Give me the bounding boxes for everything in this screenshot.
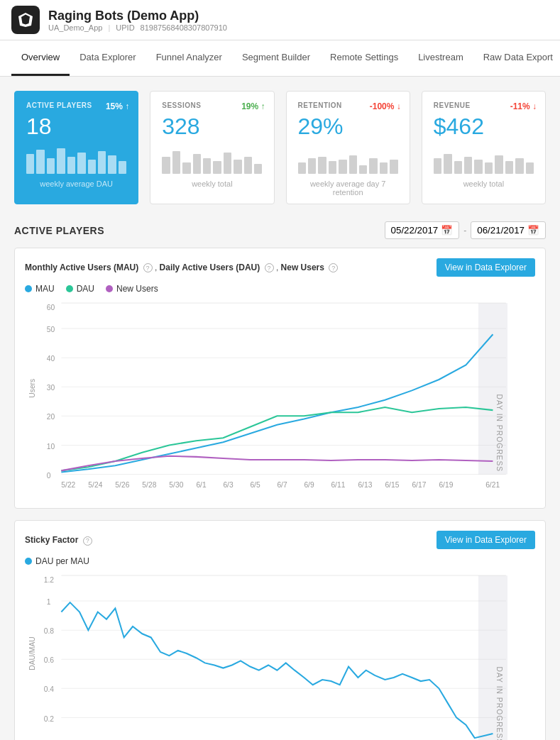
mini-bar [182,162,190,174]
date-end-value: 06/21/2017 [477,225,525,236]
revenue-chart [434,145,534,174]
app-title-block: Raging Bots (Demo App) UA_Demo_App | UPI… [48,9,227,32]
mini-bar [26,154,34,174]
metric-card-revenue: REVENUE -11% ↓ $462 weekly total [422,91,546,204]
tab-segment-builder[interactable]: Segment Builder [232,40,320,76]
sticky-factor-svg: 0 0.2 0.4 0.6 0.8 1 1.2 DAU/MAU [25,572,535,740]
mini-bar [359,165,367,174]
mini-bar [254,164,262,174]
svg-text:Users: Users [28,379,36,398]
date-start-button[interactable]: 05/22/2017 📅 [385,221,460,239]
mau-dau-legend: MAU DAU New Users [25,284,535,294]
mini-bar [329,161,336,174]
new-users-info-icon[interactable]: ? [329,263,338,272]
date-start-value: 05/22/2017 [391,225,439,236]
dau-info-icon[interactable]: ? [265,263,274,272]
mini-bar [119,161,126,174]
mini-bar [162,157,170,174]
mini-bar [495,155,503,174]
app-header: Raging Bots (Demo App) UA_Demo_App | UPI… [0,0,560,40]
dau-dot [66,285,73,292]
sessions-chart [162,145,262,174]
legend-dau-per-mau: DAU per MAU [25,556,89,566]
mau-label: Monthly Active Users (MAU) [25,263,138,272]
retention-chart [298,145,398,174]
sticky-factor-chart-header: Sticky Factor ? View in Data Explorer [25,531,535,549]
svg-text:6/1: 6/1 [196,481,207,489]
new-users-label: New Users [281,263,324,272]
title-sep2: , [276,263,281,272]
mau-line [61,334,493,472]
mini-bar [244,157,252,174]
svg-text:DAY IN PROGRESS: DAY IN PROGRESS [495,667,503,740]
mini-bar [172,151,180,174]
meta-sep: | [108,23,110,32]
mini-bar [474,160,482,174]
legend-dau: DAU [66,284,94,294]
metric-card-sessions: SESSIONS 19% ↑ 328 weekly total [150,91,274,204]
legend-new-users-label: New Users [116,284,158,294]
tab-raw-data-export[interactable]: Raw Data Export [473,40,560,76]
mini-bar [380,162,388,174]
svg-text:6/11: 6/11 [331,481,345,489]
tab-overview[interactable]: Overview [11,40,70,76]
tab-funnel-analyzer[interactable]: Funnel Analyzer [146,40,232,76]
date-end-button[interactable]: 06/21/2017 📅 [471,221,546,239]
dau-line [61,407,493,470]
tab-livestream[interactable]: Livestream [408,40,473,76]
svg-text:DAU/MAU: DAU/MAU [28,637,36,670]
svg-text:6/21: 6/21 [485,481,500,489]
date-range: 05/22/2017 📅 - 06/21/2017 📅 [385,221,546,239]
sticky-factor-view-btn[interactable]: View in Data Explorer [437,531,535,549]
svg-text:30: 30 [47,384,55,392]
sticky-factor-chart-wrapper: 0 0.2 0.4 0.6 0.8 1 1.2 DAU/MAU [25,572,535,740]
svg-text:5/22: 5/22 [61,481,75,489]
svg-text:6/17: 6/17 [412,481,426,489]
mini-bar [464,157,472,174]
tab-remote-settings[interactable]: Remote Settings [320,40,408,76]
mini-bar [349,155,357,174]
tab-data-explorer[interactable]: Data Explorer [70,40,146,76]
app-icon [11,6,40,34]
svg-text:40: 40 [47,355,55,363]
svg-text:20: 20 [47,413,55,421]
legend-dau-label: DAU [77,284,94,294]
mini-bar [308,158,316,174]
legend-new-users: New Users [106,284,158,294]
mini-bar [369,158,377,174]
dau-per-mau-dot [25,558,32,565]
active-players-chart [26,145,126,174]
date-separator: - [463,226,466,236]
mini-bar [47,158,55,174]
mini-bar [298,162,306,174]
legend-dau-per-mau-label: DAU per MAU [35,556,89,566]
mini-bar [88,160,96,174]
mau-dau-view-btn[interactable]: View in Data Explorer [437,258,535,277]
svg-text:5/24: 5/24 [88,481,102,489]
calendar-icon-end: 📅 [527,225,539,236]
sessions-value: 328 [162,114,262,140]
mau-info-icon[interactable]: ? [143,263,153,272]
svg-text:0.2: 0.2 [44,715,55,723]
mini-bar [224,153,231,174]
sticky-factor-info-icon[interactable]: ? [83,536,92,546]
mini-bar [526,162,534,174]
retention-change: -100% ↓ [370,101,401,111]
mini-bar [98,151,106,174]
calendar-icon: 📅 [441,225,453,236]
svg-text:DAY IN PROGRESS: DAY IN PROGRESS [495,394,503,473]
revenue-sub: weekly total [434,180,534,188]
svg-text:6/15: 6/15 [385,481,399,489]
mini-bar [36,150,44,174]
svg-text:5/30: 5/30 [169,481,183,489]
svg-text:6/7: 6/7 [277,481,287,489]
metric-cards: ACTIVE PLAYERS 15% ↑ 18 weekly average D… [14,91,546,204]
mini-bar [203,158,211,174]
svg-text:6/3: 6/3 [223,481,234,489]
mini-bar [193,154,201,174]
revenue-change: -11% ↓ [510,101,537,111]
app-name: Raging Bots (Demo App) [48,9,227,23]
svg-text:50: 50 [47,326,55,333]
svg-text:1: 1 [47,599,51,607]
mau-dau-chart-wrapper: 0 10 20 30 40 50 60 Users [25,299,535,498]
